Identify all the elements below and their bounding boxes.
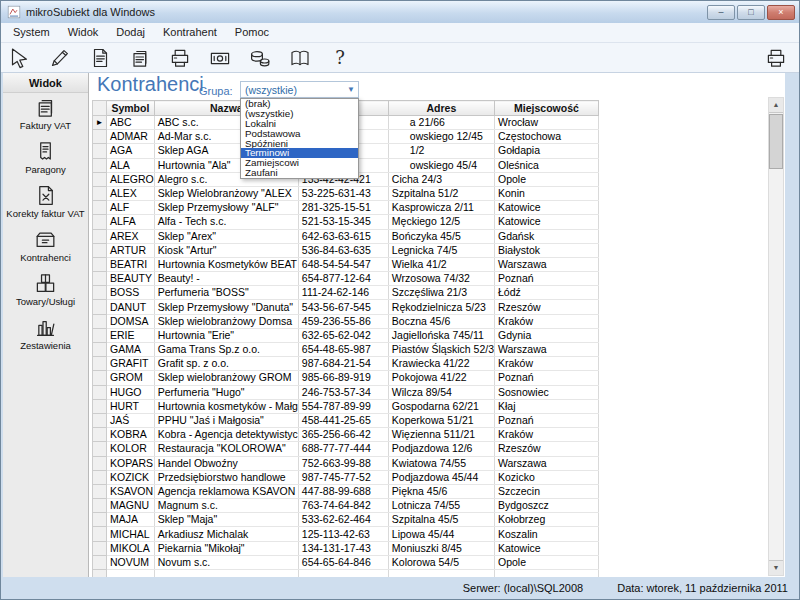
cell-symbol[interactable]: AREX (107, 229, 155, 243)
cell-nip[interactable]: 246-753-57-34 (298, 385, 388, 399)
dropdown-option-zaufani[interactable]: Zaufani (241, 168, 358, 178)
cell-nip[interactable]: 987-684-21-54 (298, 357, 388, 371)
cell-miejscowosc[interactable]: Bydgoszcz (494, 499, 598, 513)
scroll-up-icon[interactable]: ▲ (769, 98, 783, 113)
cell-nip[interactable]: 447-88-99-688 (298, 484, 388, 498)
menu-pomoc[interactable]: Pomoc (226, 23, 278, 42)
table-row[interactable]: BOSSPerfumeria "BOSS"111-24-62-146Szczęś… (93, 286, 599, 300)
cell-nazwa[interactable]: PPHU "Jaś i Małgosia" (154, 413, 298, 427)
table-row[interactable]: DOMSASklep wielobranżowy Domsa459-236-55… (93, 314, 599, 328)
cell-adres[interactable]: Krawiecka 41/22 (388, 357, 494, 371)
cell-miejscowosc[interactable]: Gołdapia (494, 144, 598, 158)
cell-adres[interactable]: Boczna 45/6 (388, 314, 494, 328)
cell-nazwa[interactable]: Agencja reklamowa KSAVON (154, 484, 298, 498)
cell-nazwa[interactable]: Hurtownia Kosmetyków BEAT (154, 257, 298, 271)
cell-symbol[interactable]: NOVUM (107, 555, 155, 569)
table-row[interactable]: ARTURKiosk "Artur"536-84-63-635Legnicka … (93, 243, 599, 257)
cell-adres[interactable]: Wilcza 89/54 (388, 385, 494, 399)
table-row[interactable]: GAMAGama Trans Sp.z o.o.654-48-65-987Pia… (93, 343, 599, 357)
new-document-button[interactable] (85, 44, 115, 72)
dropdown-option-zamiejscowi[interactable]: Zamiejscowi (241, 158, 358, 168)
dropdown-option-podstawowa[interactable]: Podstawowa (241, 129, 358, 139)
cell-nip[interactable]: 459-236-55-86 (298, 314, 388, 328)
cell-miejscowosc[interactable]: Częstochowa (494, 130, 598, 144)
cell-adres[interactable]: Koperkowa 51/21 (388, 413, 494, 427)
table-row[interactable] (93, 570, 599, 578)
cell-miejscowosc[interactable]: Oleśnica (494, 158, 598, 172)
cell-adres[interactable]: Podjazdowa 12/6 (388, 442, 494, 456)
quick-print-button[interactable] (761, 44, 791, 72)
print-document-button[interactable] (165, 44, 195, 72)
cell-symbol[interactable]: ALF (107, 201, 155, 215)
cash-register-button[interactable] (205, 44, 235, 72)
cell-miejscowosc[interactable] (494, 570, 598, 578)
cell-adres[interactable]: Więzienna 511/21 (388, 428, 494, 442)
cell-adres[interactable]: Podjazdowa 45/44 (388, 470, 494, 484)
table-row[interactable]: BEAUTYBeauty! -654-877-12-64Wrzosowa 74/… (93, 272, 599, 286)
cell-miejscowosc[interactable]: Opole (494, 555, 598, 569)
cell-nip[interactable]: 111-24-62-146 (298, 286, 388, 300)
cell-symbol[interactable]: DANUT (107, 300, 155, 314)
cell-adres[interactable]: Cicha 24/3 (388, 172, 494, 186)
table-row[interactable]: MAGNUMagnum s.c.763-74-64-842Lotnicza 74… (93, 499, 599, 513)
cell-nip[interactable]: 536-84-63-635 (298, 243, 388, 257)
cell-adres[interactable]: Jagiellońska 745/11 (388, 328, 494, 342)
table-row[interactable]: KOLORRestauracja "KOLOROWA"688-77-77-444… (93, 442, 599, 456)
cell-miejscowosc[interactable]: Rzeszów (494, 442, 598, 456)
cell-miejscowosc[interactable]: Gdańsk (494, 229, 598, 243)
cell-nip[interactable]: 134-131-17-43 (298, 541, 388, 555)
cell-adres[interactable]: Lipowa 45/44 (388, 527, 494, 541)
cell-nazwa[interactable]: Kiosk "Artur" (154, 243, 298, 257)
sidebar-item-paragony[interactable]: Paragony (3, 137, 88, 181)
cell-miejscowosc[interactable]: Konin (494, 186, 598, 200)
cell-symbol[interactable]: ALEX (107, 186, 155, 200)
cell-symbol[interactable]: KOBRA (107, 428, 155, 442)
cell-symbol[interactable]: ARTUR (107, 243, 155, 257)
cell-nip[interactable]: 53-225-631-43 (298, 186, 388, 200)
cell-nip[interactable]: 654-877-12-64 (298, 272, 388, 286)
cell-adres[interactable]: Kwiatowa 74/55 (388, 456, 494, 470)
cell-symbol[interactable]: MIKOLA (107, 541, 155, 555)
cell-nip[interactable]: 281-325-15-51 (298, 201, 388, 215)
cell-miejscowosc[interactable]: Katowice (494, 201, 598, 215)
cell-symbol[interactable]: ERIE (107, 328, 155, 342)
cell-miejscowosc[interactable]: Poznań (494, 371, 598, 385)
cell-adres[interactable]: owskiego 45/4 (388, 158, 494, 172)
copy-document-button[interactable] (125, 44, 155, 72)
cell-adres[interactable]: Moniuszki 8/45 (388, 541, 494, 555)
cell-nazwa[interactable]: Gama Trans Sp.z o.o. (154, 343, 298, 357)
cell-symbol[interactable]: KOLOR (107, 442, 155, 456)
cell-miejscowosc[interactable]: Poznań (494, 272, 598, 286)
cell-symbol[interactable]: GAMA (107, 343, 155, 357)
cell-adres[interactable]: a 21/66 (388, 116, 494, 130)
cell-nazwa[interactable]: Sklep "Arex" (154, 229, 298, 243)
table-row[interactable]: MICHALArkadiusz Michalak125-113-42-63Lip… (93, 527, 599, 541)
cell-nazwa[interactable]: Sklep Przemysłowy "Danuta" (154, 300, 298, 314)
cell-miejscowosc[interactable]: Kołobrzeg (494, 513, 598, 527)
table-row[interactable]: ALFSklep Przemysłowy "ALF"281-325-15-51K… (93, 201, 599, 215)
cell-nip[interactable]: 521-53-15-345 (298, 215, 388, 229)
cell-nip[interactable]: 985-66-89-919 (298, 371, 388, 385)
scroll-down-icon[interactable]: ▼ (769, 560, 783, 575)
cell-adres[interactable]: Szpitalna 45/5 (388, 513, 494, 527)
cell-symbol[interactable]: MAGNU (107, 499, 155, 513)
cell-miejscowosc[interactable]: Warszawa (494, 456, 598, 470)
cell-nip[interactable]: 654-65-64-846 (298, 555, 388, 569)
cell-adres[interactable]: owskiego 12/45 (388, 130, 494, 144)
cell-adres[interactable]: Lotnicza 74/55 (388, 499, 494, 513)
sidebar-item-korekty-faktur-vat[interactable]: Korekty faktur VAT (3, 181, 88, 225)
cell-adres[interactable]: Kolorowa 54/5 (388, 555, 494, 569)
table-row[interactable]: ALEXSklep Wielobranżowy "ALEX53-225-631-… (93, 186, 599, 200)
table-row[interactable]: HUGOPerfumeria "Hugo"246-753-57-34Wilcza… (93, 385, 599, 399)
cell-adres[interactable]: Piękna 45/6 (388, 484, 494, 498)
cell-adres[interactable]: Szpitalna 51/2 (388, 186, 494, 200)
cell-symbol[interactable]: MAJA (107, 513, 155, 527)
cell-symbol[interactable]: ABC (107, 116, 155, 130)
cell-nip[interactable]: 125-113-42-63 (298, 527, 388, 541)
scrollbar-thumb[interactable] (769, 114, 783, 169)
cell-nip[interactable]: 688-77-77-444 (298, 442, 388, 456)
cell-nip[interactable]: 632-65-62-042 (298, 328, 388, 342)
cell-nazwa[interactable]: Przedsiębiorstwo handlowe (154, 470, 298, 484)
sidebar-item-towary-us-ugi[interactable]: Towary/Usługi (3, 269, 88, 313)
table-row[interactable]: GRAFITGrafit sp. z o.o.987-684-21-54Kraw… (93, 357, 599, 371)
